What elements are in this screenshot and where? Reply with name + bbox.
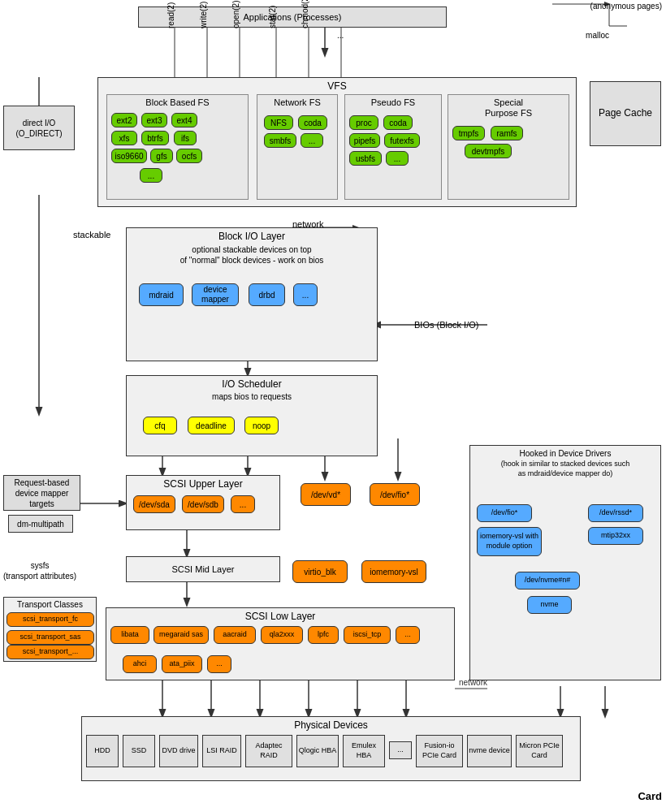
block-io-container: Block I/O Layer optional stackable devic…	[126, 227, 378, 361]
ps-dots-box: ...	[386, 151, 409, 166]
network-fs-title: Network FS	[257, 97, 337, 107]
device-mapper-box: device mapper	[192, 283, 239, 306]
ramfs-box: ramfs	[491, 126, 523, 140]
page-cache-box: Page Cache	[590, 81, 661, 146]
sl-dots-box: ...	[396, 626, 420, 644]
iomemory-box: iomemory-vsl with module option	[477, 527, 542, 556]
ocfs-box: ocfs	[176, 149, 202, 163]
physical-devices-container: Physical Devices HDD SSD DVD drive LSI R…	[81, 716, 581, 781]
sda-box: /dev/sda	[133, 495, 175, 513]
ext2-box: ext2	[111, 113, 137, 127]
stat-label: stat(2)	[268, 6, 277, 28]
dev-fio1-box: /dev/fio*	[477, 504, 532, 522]
network-fs-container: Network FS NFS coda smbfs ...	[257, 94, 338, 200]
micron-box: Micron PCIe Card	[516, 735, 563, 767]
applications-box: Applications (Processes)	[138, 6, 447, 28]
bios-label: BIOs (Block I/O)	[414, 320, 478, 330]
ifs-box: ifs	[174, 131, 197, 145]
nfs-box: NFS	[264, 115, 293, 130]
nvme-dev-box: nvme device	[467, 735, 512, 767]
sysfs-label: sysfs(transport attributes)	[3, 560, 76, 581]
gfs-box: gfs	[150, 149, 173, 163]
phys-dots-box: ...	[389, 741, 412, 759]
special-fs-title: SpecialPurpose FS	[448, 97, 569, 119]
io-scheduler-container: I/O Scheduler maps bios to requests cfq …	[126, 375, 378, 456]
open-label: open(2)	[231, 1, 240, 28]
libata-box: libata	[110, 626, 149, 644]
transport-classes-title: Transport Classes	[4, 600, 96, 609]
maps-bios-label: maps bios to requests	[131, 392, 373, 401]
request-based-box: Request-baseddevice mapper targets	[3, 475, 80, 511]
proc-box: proc	[349, 115, 378, 130]
scsi-upper-title: SCSI Upper Layer	[127, 478, 279, 490]
cfq-box: cfq	[143, 417, 177, 434]
noop-box: noop	[244, 417, 279, 434]
block-dots-box: ...	[140, 168, 162, 183]
vfs-title: VFS	[98, 80, 576, 92]
sl-dots2-box: ...	[207, 655, 231, 673]
ext3-box: ext3	[141, 113, 167, 127]
bi-dots-box: ...	[293, 283, 318, 306]
dev-rssd-box: /dev/rssd*	[588, 504, 643, 522]
iso9660-box: iso9660	[111, 149, 147, 163]
su-dots-box: ...	[231, 495, 255, 513]
pseudo-fs-container: Pseudo FS proc coda pipefs futexfs usbfs…	[344, 94, 442, 200]
dm-multipath-box: dm-multipath	[8, 515, 73, 533]
dev-nvme-box: /dev/nvme#n#	[515, 572, 580, 590]
dev-fio2-box: /dev/fio*	[370, 483, 420, 506]
aacraid-box: aacraid	[214, 626, 256, 644]
block-based-container: Block Based FS ext2 ext3 ext4 xfs btrfs …	[106, 94, 249, 200]
scsi-low-container: SCSI Low Layer libata megaraid sas aacra…	[106, 607, 455, 680]
ahci-box: ahci	[123, 655, 157, 673]
usbfs-box: usbfs	[349, 151, 382, 166]
emulex-box: Emulex HBA	[343, 735, 385, 767]
applications-label: Applications (Processes)	[243, 11, 341, 23]
net-dots-box: ...	[301, 133, 323, 148]
dvd-box: DVD drive	[159, 735, 198, 767]
nvme-box: nvme	[527, 596, 572, 614]
mtip32xx-box: mtip32xx	[588, 527, 643, 545]
chmod-label: chmod(2)	[301, 0, 309, 28]
smbfs-box: smbfs	[264, 133, 296, 148]
iomemory2-box: iomemory-vsl	[361, 560, 426, 583]
fusion-box: Fusion-io PCIe Card	[416, 735, 463, 767]
devtmpfs-box: devtmpfs	[465, 144, 512, 158]
dev-vd-box: /dev/vd*	[301, 483, 351, 506]
mdraid-box: mdraid	[139, 283, 184, 306]
coda-box: coda	[298, 115, 327, 130]
physical-devices-title: Physical Devices	[82, 719, 580, 731]
scsi-upper-container: SCSI Upper Layer /dev/sda /dev/sdb ...	[126, 475, 280, 530]
xfs-box: xfs	[111, 131, 137, 145]
sdb-box: /dev/sdb	[182, 495, 224, 513]
hooked-drivers-title: Hooked in Device Drivers(hook in similar…	[470, 447, 660, 480]
adaptec-box: Adaptec RAID	[245, 735, 292, 767]
ssd-box: SSD	[123, 735, 155, 767]
transport-dots-box: scsi_transport_...	[6, 645, 94, 659]
malloc-label: malloc	[586, 31, 609, 40]
ext4-box: ext4	[171, 113, 197, 127]
scsi-mid-title: SCSI Mid Layer	[171, 564, 234, 574]
tmpfs-box: tmpfs	[452, 126, 485, 140]
deadline-box: deadline	[188, 417, 235, 434]
transport-classes-container: Transport Classes scsi_transport_fc scsi…	[3, 597, 97, 662]
hdd-box: HDD	[86, 735, 119, 767]
qlogic-box: Qlogic HBA	[296, 735, 339, 767]
io-scheduler-title: I/O Scheduler	[127, 378, 377, 390]
sas-box: scsi_transport_sas	[6, 630, 94, 645]
virtio-box: virtio_blk	[292, 560, 348, 583]
lpfc-box: lpfc	[308, 626, 339, 644]
block-based-title: Block Based FS	[107, 97, 248, 107]
pseudo-fs-title: Pseudo FS	[345, 97, 441, 107]
coda2-box: coda	[383, 115, 413, 130]
read-label: read(2)	[166, 2, 175, 28]
block-io-desc: optional stackable devices on topof "nor…	[131, 244, 373, 266]
scsi-low-title: SCSI Low Layer	[106, 611, 454, 622]
syscall-dots: ...	[337, 31, 344, 40]
sysfs-text: sysfs(transport attributes)	[3, 561, 76, 581]
iscsi-tcp-box: iscsi_tcp	[344, 626, 391, 644]
ata-piix-box: ata_piix	[162, 655, 202, 673]
futexfs-box: futexfs	[384, 133, 420, 148]
drbd-box: drbd	[249, 283, 285, 306]
diagram: network Applications (Processes) (anonym…	[0, 0, 666, 812]
hooked-drivers-container: Hooked in Device Drivers(hook in similar…	[469, 445, 661, 680]
